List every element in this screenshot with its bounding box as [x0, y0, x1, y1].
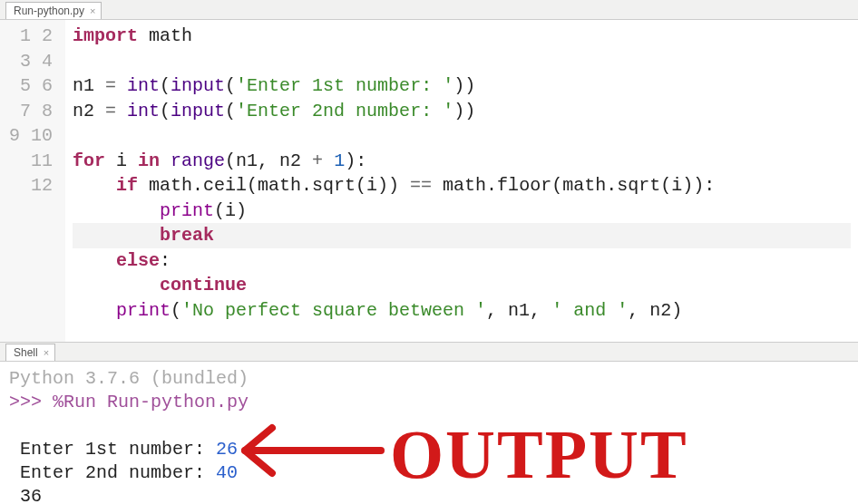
shell-result: 36: [9, 486, 42, 504]
close-icon[interactable]: ×: [42, 347, 51, 358]
shell-prompt: >>>: [9, 392, 53, 412]
shell-banner: Python 3.7.6 (bundled): [9, 368, 249, 389]
shell-input-value: 40: [216, 462, 238, 483]
code-content[interactable]: import math n1 = int(input('Enter 1st nu…: [65, 20, 858, 342]
tab-shell[interactable]: Shell ×: [5, 344, 55, 361]
shell-input-prompt: Enter 2nd number:: [9, 462, 216, 483]
shell-command: %Run Run-python.py: [53, 392, 249, 412]
close-icon[interactable]: ×: [88, 5, 97, 16]
line-numbers: 1 2 3 4 5 6 7 8 9 10 11 12: [0, 20, 65, 342]
shell-tab-bar: Shell ×: [0, 342, 858, 362]
code-editor[interactable]: 1 2 3 4 5 6 7 8 9 10 11 12 import math n…: [0, 20, 858, 342]
tab-label: Shell: [14, 346, 38, 359]
tab-label: Run-python.py: [14, 5, 84, 17]
shell-input-prompt: Enter 1st number:: [9, 439, 216, 460]
shell-output[interactable]: Python 3.7.6 (bundled) >>> %Run Run-pyth…: [0, 362, 858, 504]
editor-tab-bar: Run-python.py ×: [0, 0, 858, 20]
shell-input-value: 26: [216, 439, 238, 460]
tab-run-python[interactable]: Run-python.py ×: [5, 2, 102, 19]
